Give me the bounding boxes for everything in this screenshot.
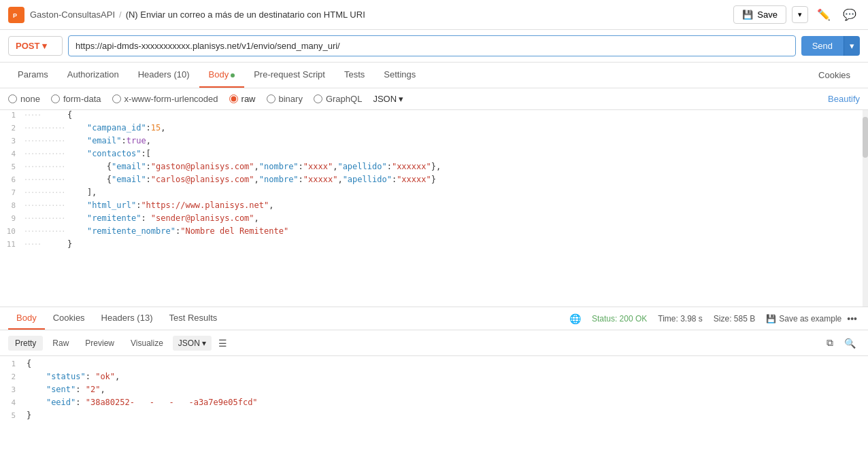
breadcrumb-separator: / — [119, 10, 122, 20]
send-dropdown-button[interactable]: ▾ — [844, 36, 860, 56]
method-select[interactable]: POST ▾ — [8, 36, 63, 56]
save-example-button[interactable]: 💾 Save as example — [766, 314, 841, 324]
resp-tab-pretty[interactable]: Pretty — [8, 336, 43, 351]
request-tabs: Params Authorization Headers (10) Body P… — [0, 63, 868, 88]
status-code: Status: 200 OK — [592, 314, 647, 324]
more-options-button[interactable]: ••• — [847, 313, 857, 324]
response-format-tabs: Pretty Raw Preview Visualize JSON ▾ ☰ ⧉ … — [0, 330, 868, 356]
globe-icon: 🌐 — [569, 313, 581, 324]
resp-filter-button[interactable]: ☰ — [214, 335, 231, 351]
save-example-icon: 💾 — [766, 314, 776, 324]
tab-authorization[interactable]: Authorization — [58, 63, 129, 88]
tab-tests[interactable]: Tests — [335, 63, 374, 88]
beautify-button[interactable]: Beautify — [828, 94, 860, 104]
resp-search-button[interactable]: 🔍 — [840, 335, 860, 351]
option-binary[interactable]: binary — [267, 94, 303, 104]
save-icon: 💾 — [742, 10, 753, 20]
tab-authorization-label: Authorization — [67, 69, 119, 80]
svg-text:P: P — [13, 12, 17, 19]
format-label: JSON — [373, 94, 397, 104]
response-tab-headers[interactable]: Headers (13) — [93, 307, 161, 330]
resp-line-4: 4 "eeid": "38a80252- - - -a3a7e9e05fcd" — [0, 398, 868, 411]
method-label: POST — [16, 41, 39, 51]
save-dropdown-button[interactable]: ▾ — [792, 6, 808, 23]
url-input[interactable] — [68, 35, 796, 56]
response-tools: 💾 Save as example ••• — [766, 313, 860, 324]
code-line-7: 7 ············· ], — [0, 188, 868, 200]
code-line-11: 11 ····· } — [0, 239, 868, 252]
send-label: Send — [812, 41, 833, 51]
option-urlencoded[interactable]: x-www-form-urlencoded — [112, 94, 218, 104]
resp-tab-raw[interactable]: Raw — [46, 336, 76, 351]
resp-line-1: 1 { — [0, 359, 868, 372]
edit-button[interactable]: ✏️ — [814, 5, 834, 24]
format-arrow: ▾ — [399, 94, 403, 104]
response-panel: Body Cookies Headers (13) Test Results 🌐… — [0, 307, 868, 430]
app-logo: P — [8, 7, 24, 23]
save-example-label: Save as example — [779, 314, 841, 324]
code-line-4: 4 ············· "contactos":[ — [0, 149, 868, 162]
save-button[interactable]: 💾 Save — [733, 5, 786, 24]
format-select[interactable]: JSON ▾ — [373, 94, 403, 104]
scrollbar-track[interactable] — [863, 110, 868, 307]
tab-body[interactable]: Body — [199, 63, 245, 88]
tab-headers[interactable]: Headers (10) — [129, 63, 199, 88]
top-bar: P Gaston-ConsultasAPI / (N) Enviar un co… — [0, 0, 868, 30]
body-options: none form-data x-www-form-urlencoded raw… — [0, 88, 868, 110]
resp-tab-visualize[interactable]: Visualize — [124, 336, 170, 351]
code-line-2: 2 ············· "campana_id":15, — [0, 123, 868, 136]
code-line-10: 10 ············· "remitente_nombre":"Nom… — [0, 226, 868, 239]
response-time: Time: 3.98 s — [658, 314, 703, 324]
option-form-data[interactable]: form-data — [51, 94, 101, 104]
code-line-1: 1 ····· { — [0, 110, 868, 123]
method-arrow: ▾ — [42, 41, 47, 51]
code-line-3: 3 ············· "email":true, — [0, 136, 868, 149]
resp-line-5: 5 } — [0, 411, 868, 423]
tab-body-label: Body — [209, 69, 229, 80]
save-label: Save — [757, 10, 778, 20]
code-line-5: 5 ················· {"email":"gaston@pla… — [0, 162, 868, 175]
option-none[interactable]: none — [8, 94, 40, 104]
send-button[interactable]: Send — [801, 36, 844, 56]
request-body-editor[interactable]: 1 ····· { 2 ············· "campana_id":1… — [0, 110, 868, 307]
cookies-link[interactable]: Cookies — [809, 63, 860, 87]
response-status-bar: 🌐 Status: 200 OK Time: 3.98 s Size: 585 … — [569, 313, 860, 324]
response-tab-test-results[interactable]: Test Results — [161, 307, 225, 330]
option-graphql[interactable]: GraphQL — [314, 94, 362, 104]
request-title: (N) Enviar un correo a más de un destina… — [126, 10, 365, 20]
code-line-8: 8 ············· "html_url":"https://www.… — [0, 200, 868, 213]
option-raw[interactable]: raw — [229, 94, 256, 104]
code-line-6: 6 ················· {"email":"carlos@pla… — [0, 175, 868, 188]
tab-settings[interactable]: Settings — [374, 63, 425, 88]
breadcrumb: Gaston-ConsultasAPI / (N) Enviar un corr… — [30, 10, 728, 20]
resp-line-3: 3 "sent": "2", — [0, 385, 868, 398]
url-bar: POST ▾ Send ▾ — [0, 30, 868, 63]
tab-pre-request[interactable]: Pre-request Script — [244, 63, 335, 88]
response-tab-body[interactable]: Body — [8, 307, 45, 330]
resp-format-label: JSON — [178, 338, 200, 348]
tab-params[interactable]: Params — [8, 63, 58, 88]
scrollbar-thumb[interactable] — [863, 117, 868, 158]
resp-format-select[interactable]: JSON ▾ — [173, 336, 212, 351]
response-tabs: Body Cookies Headers (13) Test Results 🌐… — [0, 307, 868, 330]
resp-line-2: 2 "status": "ok", — [0, 372, 868, 385]
resp-tab-preview[interactable]: Preview — [78, 336, 121, 351]
comment-button[interactable]: 💬 — [839, 5, 860, 24]
response-body: 1 { 2 "status": "ok", 3 "sent": "2", 4 "… — [0, 356, 868, 430]
response-tab-cookies[interactable]: Cookies — [45, 307, 93, 330]
resp-format-arrow: ▾ — [202, 338, 206, 348]
code-line-9: 9 ············· "remitente": "sender@pla… — [0, 213, 868, 226]
top-actions: 💾 Save ▾ ✏️ 💬 — [733, 5, 860, 24]
resp-copy-button[interactable]: ⧉ — [822, 334, 837, 351]
workspace-name[interactable]: Gaston-ConsultasAPI — [30, 10, 115, 20]
body-dot — [231, 73, 235, 77]
response-size: Size: 585 B — [714, 314, 755, 324]
